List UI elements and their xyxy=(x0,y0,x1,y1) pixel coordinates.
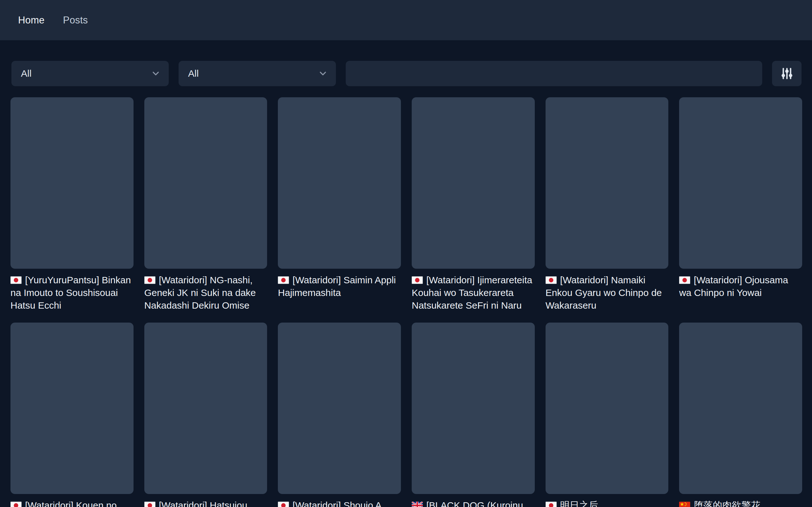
chevron-down-icon xyxy=(151,69,160,78)
flag-japan-icon xyxy=(412,274,423,286)
post-card[interactable]: [Wataridori] Shoujo A xyxy=(278,323,401,507)
flag-japan-icon xyxy=(546,499,557,507)
flag-japan-icon xyxy=(10,274,21,286)
post-title: [Wataridori] Kouen no xyxy=(10,499,134,507)
filter-bar: All All xyxy=(0,61,812,86)
flag-china-icon xyxy=(679,499,690,507)
post-title: [Wataridori] Hatsujou xyxy=(144,499,267,507)
post-title: [YuruYuruPantsu] Binkan na Imouto to Sou… xyxy=(10,274,134,312)
flag-japan-icon xyxy=(679,274,690,286)
post-thumbnail[interactable] xyxy=(679,97,802,269)
post-title: [BLACK DOG (Kuroinu xyxy=(412,499,535,507)
post-card[interactable]: [YuruYuruPantsu] Binkan na Imouto to Sou… xyxy=(10,97,134,312)
post-card[interactable]: [Wataridori] Hatsujou xyxy=(144,323,267,507)
post-card[interactable]: 堕落的肉欲警花 xyxy=(679,323,802,507)
category-select-value: All xyxy=(21,68,32,79)
post-card[interactable]: [Wataridori] Ijimerareteita Kouhai wo Ta… xyxy=(412,97,535,312)
post-thumbnail[interactable] xyxy=(679,323,802,494)
post-thumbnail[interactable] xyxy=(278,323,401,494)
post-title: [Wataridori] Saimin Appli Hajimemashita xyxy=(278,274,401,299)
post-title: [Wataridori] Ijimerareteita Kouhai wo Ta… xyxy=(412,274,535,312)
adjustments-vertical-icon xyxy=(779,66,795,81)
post-title: 堕落的肉欲警花 xyxy=(679,499,802,507)
post-card[interactable]: [Wataridori] NG-nashi, Geneki JK ni Suki… xyxy=(144,97,267,312)
post-thumbnail[interactable] xyxy=(10,323,134,494)
post-thumbnail[interactable] xyxy=(144,97,267,269)
post-grid: [YuruYuruPantsu] Binkan na Imouto to Sou… xyxy=(0,97,812,507)
post-thumbnail[interactable] xyxy=(278,97,401,269)
nav-home-link[interactable]: Home xyxy=(18,14,45,26)
post-thumbnail[interactable] xyxy=(10,97,134,269)
post-thumbnail[interactable] xyxy=(144,323,267,494)
post-thumbnail[interactable] xyxy=(412,323,535,494)
post-title: [Wataridori] Shoujo A xyxy=(278,499,401,507)
post-thumbnail[interactable] xyxy=(546,323,669,494)
post-card[interactable]: [BLACK DOG (Kuroinu xyxy=(412,323,535,507)
flag-united-kingdom-icon xyxy=(412,499,423,507)
navbar: Home Posts xyxy=(0,0,812,40)
post-card[interactable]: [Wataridori] Saimin Appli Hajimemashita xyxy=(278,97,401,312)
flag-japan-icon xyxy=(144,274,155,286)
flag-japan-icon xyxy=(546,274,557,286)
post-title: [Wataridori] Ojousama wa Chinpo ni Yowai xyxy=(679,274,802,299)
post-title: 明日之后 xyxy=(546,499,669,507)
category-select[interactable]: All xyxy=(11,61,169,86)
post-card[interactable]: [Wataridori] Kouen no xyxy=(10,323,134,507)
post-card[interactable]: [Wataridori] Namaiki Enkou Gyaru wo Chin… xyxy=(546,97,669,312)
post-title: [Wataridori] Namaiki Enkou Gyaru wo Chin… xyxy=(546,274,669,312)
post-thumbnail[interactable] xyxy=(412,97,535,269)
language-select-value: All xyxy=(188,68,199,79)
post-card[interactable]: 明日之后 xyxy=(546,323,669,507)
post-card[interactable]: [Wataridori] Ojousama wa Chinpo ni Yowai xyxy=(679,97,802,312)
post-title: [Wataridori] NG-nashi, Geneki JK ni Suki… xyxy=(144,274,267,312)
flag-japan-icon xyxy=(144,499,155,507)
flag-japan-icon xyxy=(278,499,289,507)
chevron-down-icon xyxy=(318,69,328,78)
search-input[interactable] xyxy=(346,61,762,86)
nav-posts-link[interactable]: Posts xyxy=(63,14,88,26)
flag-japan-icon xyxy=(10,499,21,507)
filter-button[interactable] xyxy=(772,61,802,86)
post-thumbnail[interactable] xyxy=(546,97,669,269)
language-select[interactable]: All xyxy=(179,61,336,86)
content: All All xyxy=(0,61,812,507)
flag-japan-icon xyxy=(278,274,289,286)
